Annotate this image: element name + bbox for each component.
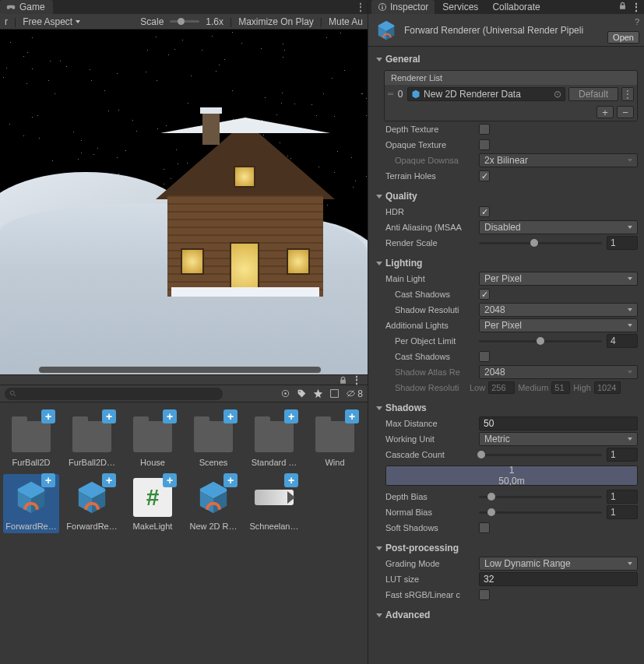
render-scale-slider[interactable]: 1 xyxy=(479,236,638,250)
tab-menu-icon[interactable]: ⋮ xyxy=(356,2,364,12)
opaque-texture-checkbox[interactable] xyxy=(479,139,490,150)
asset-item[interactable]: +ForwardRe… xyxy=(3,474,59,533)
drag-handle-icon[interactable]: ═ xyxy=(388,90,393,98)
asset-item[interactable]: #+MakeLight xyxy=(125,474,181,533)
save-search-icon[interactable] xyxy=(329,388,340,399)
scale-slider[interactable] xyxy=(170,20,199,23)
svg-line-1 xyxy=(14,394,16,396)
asset-item[interactable]: +ForwardRe… xyxy=(64,474,120,533)
depth-bias-slider[interactable]: 1 xyxy=(479,490,638,504)
terrain-holes-checkbox[interactable] xyxy=(479,170,490,181)
soft-shadows-checkbox[interactable] xyxy=(479,522,490,533)
info-icon xyxy=(378,2,387,12)
object-picker-icon[interactable]: ⊙ xyxy=(554,89,561,100)
asset-label: FurBall2D… xyxy=(66,458,118,467)
svg-point-9 xyxy=(382,5,383,6)
asset-icon: + xyxy=(192,476,234,518)
asset-label: Scenes xyxy=(188,458,239,467)
cascade-count-slider[interactable]: 1 xyxy=(479,448,638,462)
depth-texture-checkbox[interactable] xyxy=(479,124,490,135)
working-unit-dropdown[interactable]: Metric xyxy=(479,432,638,446)
mute-audio-toggle[interactable]: Mute Au xyxy=(329,16,363,27)
default-button[interactable]: Default xyxy=(568,87,618,101)
renderer-object-field[interactable]: New 2D Renderer Data ⊙ xyxy=(407,87,565,101)
asset-icon: + xyxy=(314,413,356,455)
asset-label: MakeLight xyxy=(127,522,178,531)
aspect-dropdown[interactable]: Free Aspect xyxy=(23,16,80,27)
section-post-processing[interactable]: Post-processing xyxy=(371,540,641,556)
additional-lights-dropdown[interactable]: Per Pixel xyxy=(479,318,638,332)
plus-badge-icon: + xyxy=(41,409,55,423)
open-button[interactable]: Open xyxy=(607,31,639,44)
plus-badge-icon: + xyxy=(284,409,298,423)
filter-by-type-icon[interactable] xyxy=(280,388,290,399)
asset-label: ForwardRe… xyxy=(5,522,57,531)
tab-collaborate[interactable]: Collaborate xyxy=(486,0,546,14)
main-cast-shadows-checkbox[interactable] xyxy=(479,289,490,300)
asset-item[interactable]: +Standard … xyxy=(246,410,302,469)
asset-item[interactable]: +Wind xyxy=(307,410,363,469)
cascade-visualization[interactable]: 1 50,0m xyxy=(385,466,638,486)
anti-aliasing-dropdown[interactable]: Disabled xyxy=(479,220,638,234)
game-scrollbar[interactable] xyxy=(39,367,321,373)
opaque-downsampling-dropdown: 2x Bilinear xyxy=(479,153,638,167)
svg-point-3 xyxy=(285,392,287,394)
plus-badge-icon: + xyxy=(223,409,238,423)
lock-icon[interactable] xyxy=(339,376,347,385)
plus-badge-icon: + xyxy=(284,473,298,487)
fast-srgb-checkbox[interactable] xyxy=(479,589,490,600)
asset-item[interactable]: +New 2D R… xyxy=(185,474,241,533)
normal-bias-slider[interactable]: 1 xyxy=(479,505,638,519)
grading-mode-dropdown[interactable]: Low Dynamic Range xyxy=(479,557,638,571)
asset-item[interactable]: +FurBall2D… xyxy=(64,410,120,469)
asset-label: House xyxy=(127,458,178,467)
per-object-limit-slider[interactable]: 4 xyxy=(479,334,638,348)
renderer-item-menu[interactable]: ⋮ xyxy=(621,87,634,101)
additional-cast-shadows-checkbox[interactable] xyxy=(479,351,490,362)
asset-item[interactable]: +Scenes xyxy=(185,410,241,469)
maximize-on-play-toggle[interactable]: Maximize On Play xyxy=(238,16,314,27)
asset-item[interactable]: +Schneelan… xyxy=(246,474,302,533)
section-quality[interactable]: Quality xyxy=(371,188,641,204)
renderer-data-icon xyxy=(411,90,421,99)
project-toolbar: 8 xyxy=(0,385,368,402)
plus-badge-icon: + xyxy=(163,409,177,423)
tab-services[interactable]: Services xyxy=(436,0,484,14)
svg-rect-8 xyxy=(382,6,383,9)
lock-icon[interactable] xyxy=(618,2,627,12)
add-renderer-button[interactable]: + xyxy=(596,106,614,118)
panel-menu-icon[interactable]: ⋮ xyxy=(352,374,361,385)
game-tab-label: Game xyxy=(19,2,45,12)
lut-size-field[interactable]: 32 xyxy=(479,572,638,586)
shadow-res-high-field: 1024 xyxy=(594,381,621,394)
asset-label: Standard … xyxy=(248,458,300,467)
panel-menu-icon[interactable]: ⋮ xyxy=(632,2,641,12)
assets-grid: +FurBall2D+FurBall2D…+House+Scenes+Stand… xyxy=(0,402,368,664)
project-search[interactable] xyxy=(5,388,223,400)
asset-icon: + xyxy=(71,413,113,455)
remove-renderer-button[interactable]: − xyxy=(617,106,634,118)
main-light-dropdown[interactable]: Per Pixel xyxy=(479,272,638,286)
asset-icon: + xyxy=(10,476,52,518)
section-lighting[interactable]: Lighting xyxy=(371,255,641,271)
max-distance-field[interactable]: 50 xyxy=(479,416,638,430)
help-icon[interactable]: ? xyxy=(635,17,639,26)
hdr-checkbox[interactable] xyxy=(479,206,490,217)
section-advanced[interactable]: Advanced xyxy=(371,607,641,623)
asset-item[interactable]: +FurBall2D xyxy=(3,410,59,469)
hidden-toggle[interactable]: 8 xyxy=(346,388,363,399)
asset-item[interactable]: +House xyxy=(125,410,181,469)
plus-badge-icon: + xyxy=(102,409,116,423)
filter-by-label-icon[interactable] xyxy=(297,388,307,399)
tab-inspector[interactable]: Inspector xyxy=(371,0,435,14)
shadow-resolution-dropdown[interactable]: 2048 xyxy=(479,303,638,317)
asset-icon: + xyxy=(71,476,113,518)
section-general[interactable]: General xyxy=(371,51,641,67)
favorite-icon[interactable] xyxy=(313,388,323,399)
svg-point-4 xyxy=(300,391,301,392)
section-shadows[interactable]: Shadows xyxy=(371,400,641,416)
inspector-header: Forward Renderer (Universal Render Pipel… xyxy=(368,14,644,47)
asset-icon: + xyxy=(253,413,295,455)
game-tab[interactable]: Game xyxy=(0,0,53,14)
shadow-res-med-field: 51 xyxy=(551,381,570,394)
